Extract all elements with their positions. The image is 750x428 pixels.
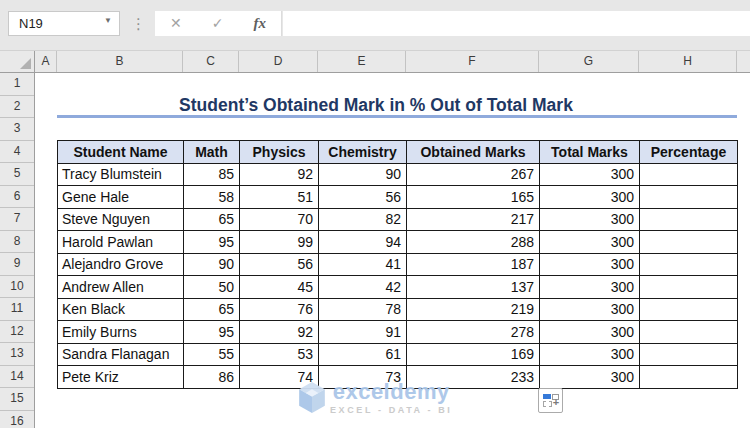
student-name-cell[interactable]: Gene Hale bbox=[58, 186, 184, 209]
row-header-6[interactable]: 6 bbox=[0, 186, 34, 209]
quick-analysis-button[interactable]: + bbox=[538, 388, 563, 413]
value-cell[interactable]: 137 bbox=[407, 276, 540, 299]
value-cell[interactable]: 65 bbox=[184, 208, 240, 231]
row-header-1[interactable]: 1 bbox=[0, 73, 34, 96]
value-cell[interactable] bbox=[640, 253, 738, 276]
column-header-A[interactable]: A bbox=[35, 51, 57, 72]
value-cell[interactable]: 300 bbox=[540, 321, 640, 344]
row-header-12[interactable]: 12 bbox=[0, 321, 34, 344]
value-cell[interactable]: 42 bbox=[319, 276, 407, 299]
row-header-11[interactable]: 11 bbox=[0, 298, 34, 321]
value-cell[interactable]: 91 bbox=[319, 321, 407, 344]
row-header-13[interactable]: 13 bbox=[0, 343, 34, 366]
column-header-G[interactable]: G bbox=[539, 51, 639, 72]
row-header-10[interactable]: 10 bbox=[0, 276, 34, 299]
value-cell[interactable]: 53 bbox=[240, 343, 319, 366]
value-cell[interactable]: 288 bbox=[407, 231, 540, 254]
row-header-8[interactable]: 8 bbox=[0, 231, 34, 254]
header-cell-obtained-marks[interactable]: Obtained Marks bbox=[407, 141, 540, 164]
value-cell[interactable] bbox=[640, 231, 738, 254]
sheet-area[interactable]: Student’s Obtained Mark in % Out of Tota… bbox=[35, 73, 750, 428]
student-name-cell[interactable]: Alejandro Grove bbox=[58, 253, 184, 276]
value-cell[interactable] bbox=[640, 321, 738, 344]
value-cell[interactable] bbox=[640, 186, 738, 209]
header-cell-physics[interactable]: Physics bbox=[240, 141, 319, 164]
header-cell-math[interactable]: Math bbox=[184, 141, 240, 164]
header-cell-student-name[interactable]: Student Name bbox=[58, 141, 184, 164]
row-header-7[interactable]: 7 bbox=[0, 208, 34, 231]
row-header-3[interactable]: 3 bbox=[0, 118, 34, 141]
value-cell[interactable]: 92 bbox=[240, 321, 319, 344]
value-cell[interactable]: 233 bbox=[407, 366, 540, 389]
column-header-B[interactable]: B bbox=[57, 51, 183, 72]
student-name-cell[interactable]: Emily Burns bbox=[58, 321, 184, 344]
enter-icon[interactable]: ✓ bbox=[212, 11, 224, 36]
value-cell[interactable]: 217 bbox=[407, 208, 540, 231]
insert-function-icon[interactable]: fx bbox=[253, 11, 266, 36]
value-cell[interactable]: 45 bbox=[240, 276, 319, 299]
value-cell[interactable]: 56 bbox=[240, 253, 319, 276]
value-cell[interactable]: 300 bbox=[540, 253, 640, 276]
header-cell-percentage[interactable]: Percentage bbox=[640, 141, 738, 164]
value-cell[interactable]: 56 bbox=[319, 186, 407, 209]
value-cell[interactable]: 187 bbox=[407, 253, 540, 276]
value-cell[interactable]: 300 bbox=[540, 231, 640, 254]
value-cell[interactable]: 82 bbox=[319, 208, 407, 231]
cancel-icon[interactable]: ✕ bbox=[170, 11, 182, 36]
value-cell[interactable]: 41 bbox=[319, 253, 407, 276]
student-name-cell[interactable]: Tracy Blumstein bbox=[58, 163, 184, 186]
header-cell-total-marks[interactable]: Total Marks bbox=[540, 141, 640, 164]
row-header-4[interactable]: 4 bbox=[0, 141, 34, 164]
row-header-16[interactable]: 16 bbox=[0, 411, 34, 428]
value-cell[interactable]: 95 bbox=[184, 231, 240, 254]
value-cell[interactable]: 278 bbox=[407, 321, 540, 344]
value-cell[interactable]: 86 bbox=[184, 366, 240, 389]
value-cell[interactable] bbox=[640, 208, 738, 231]
name-box[interactable]: N19 ▼ bbox=[8, 11, 120, 36]
student-name-cell[interactable]: Pete Kriz bbox=[58, 366, 184, 389]
column-header-D[interactable]: D bbox=[239, 51, 318, 72]
row-header-5[interactable]: 5 bbox=[0, 163, 34, 186]
value-cell[interactable]: 55 bbox=[184, 343, 240, 366]
value-cell[interactable] bbox=[640, 366, 738, 389]
value-cell[interactable]: 90 bbox=[319, 163, 407, 186]
column-header-H[interactable]: H bbox=[639, 51, 737, 72]
value-cell[interactable]: 219 bbox=[407, 298, 540, 321]
student-name-cell[interactable]: Steve Nguyen bbox=[58, 208, 184, 231]
value-cell[interactable]: 300 bbox=[540, 343, 640, 366]
column-header-E[interactable]: E bbox=[318, 51, 406, 72]
value-cell[interactable]: 51 bbox=[240, 186, 319, 209]
value-cell[interactable]: 300 bbox=[540, 208, 640, 231]
student-name-cell[interactable]: Ken Black bbox=[58, 298, 184, 321]
value-cell[interactable]: 267 bbox=[407, 163, 540, 186]
value-cell[interactable]: 90 bbox=[184, 253, 240, 276]
value-cell[interactable]: 50 bbox=[184, 276, 240, 299]
value-cell[interactable]: 85 bbox=[184, 163, 240, 186]
row-header-2[interactable]: 2 bbox=[0, 96, 34, 119]
value-cell[interactable]: 300 bbox=[540, 163, 640, 186]
student-name-cell[interactable]: Harold Pawlan bbox=[58, 231, 184, 254]
value-cell[interactable]: 94 bbox=[319, 231, 407, 254]
value-cell[interactable]: 300 bbox=[540, 276, 640, 299]
value-cell[interactable]: 92 bbox=[240, 163, 319, 186]
header-cell-chemistry[interactable]: Chemistry bbox=[319, 141, 407, 164]
formula-input[interactable] bbox=[283, 11, 750, 36]
row-header-15[interactable]: 15 bbox=[0, 388, 34, 411]
value-cell[interactable]: 300 bbox=[540, 186, 640, 209]
value-cell[interactable]: 76 bbox=[240, 298, 319, 321]
value-cell[interactable] bbox=[640, 163, 738, 186]
value-cell[interactable]: 95 bbox=[184, 321, 240, 344]
value-cell[interactable]: 74 bbox=[240, 366, 319, 389]
value-cell[interactable]: 99 bbox=[240, 231, 319, 254]
value-cell[interactable]: 73 bbox=[319, 366, 407, 389]
value-cell[interactable] bbox=[640, 343, 738, 366]
value-cell[interactable]: 169 bbox=[407, 343, 540, 366]
value-cell[interactable]: 58 bbox=[184, 186, 240, 209]
value-cell[interactable]: 70 bbox=[240, 208, 319, 231]
value-cell[interactable]: 165 bbox=[407, 186, 540, 209]
column-header-C[interactable]: C bbox=[183, 51, 239, 72]
column-header-F[interactable]: F bbox=[406, 51, 539, 72]
select-all-button[interactable] bbox=[0, 51, 35, 72]
sheet-title-cell[interactable]: Student’s Obtained Mark in % Out of Tota… bbox=[57, 93, 737, 118]
value-cell[interactable]: 65 bbox=[184, 298, 240, 321]
